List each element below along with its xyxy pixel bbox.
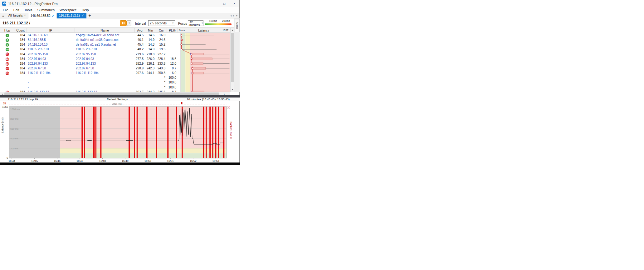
vscroll-thumb[interactable] bbox=[231, 33, 234, 82]
menu-edit[interactable]: Edit bbox=[11, 8, 22, 12]
name-cell bbox=[75, 75, 135, 80]
col-ip[interactable]: IP bbox=[27, 28, 75, 33]
avg-cell: 277.5 bbox=[135, 57, 145, 61]
avg-cell: 279.6 bbox=[135, 52, 145, 57]
count-cell: 184 bbox=[14, 61, 27, 66]
ip-cell: 84.116.134.10 bbox=[27, 42, 75, 47]
close-tab-icon[interactable]: × bbox=[24, 14, 26, 17]
menu-help[interactable]: Help bbox=[79, 8, 91, 12]
minimize-button[interactable]: — bbox=[209, 0, 219, 7]
col-count[interactable]: Count bbox=[14, 28, 27, 33]
maximize-button[interactable]: □ bbox=[219, 0, 229, 7]
scroll-up-icon[interactable]: ▲ bbox=[231, 28, 234, 32]
pl-cell: 8.7 bbox=[167, 66, 178, 71]
hop-table-header: Hop Count IP Name Avg Min Cur PL% 0 ms L… bbox=[0, 28, 230, 33]
name-cell: 202.97.67.58 bbox=[75, 66, 135, 71]
ip-cell: 84.116.135.5 bbox=[27, 38, 75, 42]
scroll-down-icon[interactable]: ▼ bbox=[231, 88, 234, 92]
pane-splitter[interactable] bbox=[0, 95, 240, 98]
hop-cell: 14 bbox=[0, 66, 14, 71]
cur-cell: 16.0 bbox=[156, 33, 167, 38]
new-target-button[interactable]: + bbox=[86, 13, 93, 18]
pause-dropdown-button[interactable]: ▾ bbox=[127, 20, 131, 26]
count-cell: 184 bbox=[14, 57, 27, 61]
table-row[interactable]: -*100.0 bbox=[0, 75, 179, 80]
col-cur[interactable]: Cur bbox=[156, 28, 167, 33]
name-cell: 116.211.132.12 bbox=[75, 90, 135, 92]
col-avg[interactable]: Avg bbox=[135, 28, 145, 33]
menu-tools[interactable]: Tools bbox=[22, 8, 35, 12]
table-row[interactable]: -*100.0 bbox=[0, 80, 179, 85]
menu-file[interactable]: File bbox=[0, 8, 11, 12]
table-row[interactable]: 918484.116.134.10de-fra01b-ri1-ae1-0.aor… bbox=[0, 42, 179, 47]
hop-table-body: 718484.116.136.69cz-prg01a-ra4-ae15-0.ao… bbox=[0, 33, 179, 92]
hop-status-badge: 11 bbox=[6, 52, 9, 56]
hamburger-icon[interactable]: ≡ bbox=[0, 14, 6, 18]
hop-cell bbox=[0, 80, 14, 85]
svg-text:Jitter (ms): Jitter (ms) bbox=[112, 102, 123, 105]
hop-status-badge: 10 bbox=[6, 48, 9, 51]
cur-cell: 243.3 bbox=[156, 66, 167, 71]
focus-select[interactable]: 30 minutes ▾ bbox=[188, 20, 203, 26]
col-min[interactable]: Min bbox=[145, 28, 156, 33]
hop-cell: 9 bbox=[0, 42, 14, 47]
table-row[interactable]: 11184202.97.95.158202.97.95.158279.6218.… bbox=[0, 52, 179, 57]
timeline-range-label[interactable]: 10 minutes (16:43:43 - 16:53:43) bbox=[187, 98, 230, 101]
count-cell: 184 bbox=[14, 90, 27, 92]
menu-workspace[interactable]: Workspace bbox=[57, 8, 79, 12]
count-cell: 184 bbox=[14, 33, 27, 38]
hop-status-badge: 15 bbox=[6, 72, 9, 75]
table-horizontal-scrollbar[interactable]: ◄ ► bbox=[0, 92, 230, 95]
latency-legend-labels: 100ms200ms bbox=[205, 19, 232, 22]
graph-title: Latency bbox=[198, 29, 209, 32]
interval-select[interactable]: 2.5 seconds ▾ bbox=[148, 20, 175, 26]
window-bottom-edge bbox=[0, 162, 240, 165]
svg-text:600 ms: 600 ms bbox=[10, 128, 18, 130]
tab-list-dropdown-icon[interactable]: ▾ bbox=[236, 14, 237, 17]
count-cell bbox=[14, 80, 27, 85]
title-bar[interactable]: 116.211.132.12 - PingPlotter Pro — □ × bbox=[0, 0, 239, 7]
count-cell: 184 bbox=[14, 66, 27, 71]
count-cell: 184 bbox=[14, 47, 27, 52]
svg-text:400 ms: 400 ms bbox=[10, 137, 18, 140]
count-cell: 184 bbox=[14, 38, 27, 42]
table-row[interactable]: 14184202.97.67.58202.97.67.58298.9242.32… bbox=[0, 66, 179, 71]
avg-cell bbox=[135, 80, 145, 85]
tab-all-targets[interactable]: All Targets × bbox=[6, 13, 28, 18]
col-name[interactable]: Name bbox=[75, 28, 135, 33]
scroll-tabs-left-icon[interactable]: ◂ bbox=[230, 14, 232, 17]
name-cell: 116.211.112.194 bbox=[75, 71, 135, 75]
tab-146-66-155-52[interactable]: 146.66.155.52 ✓ bbox=[28, 13, 57, 18]
table-row[interactable]: 19184116.211.132.12116.211.132.12303.724… bbox=[0, 90, 179, 92]
min-cell: 226.0 bbox=[145, 57, 156, 61]
menu-summaries[interactable]: Summaries bbox=[35, 8, 57, 12]
ip-cell: 202.97.94.133 bbox=[27, 61, 75, 66]
table-row[interactable]: 10184118.85.205.101118.85.205.10148.214.… bbox=[0, 47, 179, 52]
table-row[interactable]: 718484.116.136.69cz-prg01a-ra4-ae15-0.ao… bbox=[0, 33, 179, 38]
table-row[interactable]: 15184116.211.112.194116.211.112.194297.6… bbox=[0, 71, 179, 75]
close-button[interactable]: × bbox=[229, 0, 239, 7]
avg-cell: 297.6 bbox=[135, 71, 145, 75]
pl-cell: 100.0 bbox=[167, 80, 178, 85]
hscroll-thumb[interactable] bbox=[4, 92, 219, 95]
pause-button[interactable] bbox=[120, 20, 127, 26]
table-row[interactable]: 13184202.97.94.133202.97.94.133282.9226.… bbox=[0, 61, 179, 66]
svg-text:16:49: 16:49 bbox=[122, 159, 129, 162]
col-hop[interactable]: Hop bbox=[0, 28, 14, 33]
focus-label: Focus bbox=[178, 22, 187, 25]
avg-cell: 303.7 bbox=[135, 90, 145, 92]
scroll-tabs-right-icon[interactable]: ▸ bbox=[233, 14, 235, 17]
table-vertical-scrollbar[interactable]: ▲ ▼ bbox=[230, 28, 234, 92]
table-row[interactable]: 818484.116.135.5de-fra04d-rc1-ae33-0.aor… bbox=[0, 38, 179, 42]
table-row[interactable]: -*100.0 bbox=[0, 85, 179, 90]
min-cell: 14.6 bbox=[145, 33, 156, 38]
trace-toolbar: 116.211.132.12 / ▾ Interval 2.5 seconds … bbox=[0, 18, 239, 28]
cur-cell: 228.4 bbox=[156, 57, 167, 61]
table-row[interactable]: 12184202.97.94.93202.97.94.93277.5226.02… bbox=[0, 57, 179, 61]
avg-cell bbox=[135, 75, 145, 80]
col-pl[interactable]: PL% bbox=[167, 28, 178, 33]
alerts-tab[interactable]: Alerts bbox=[235, 19, 240, 32]
select-arrow-icon: ▾ bbox=[202, 22, 203, 24]
avg-cell: 45.4 bbox=[135, 42, 145, 47]
tab-116-211-132-12-active[interactable]: 116.211.132.12 ✓ bbox=[57, 13, 86, 18]
